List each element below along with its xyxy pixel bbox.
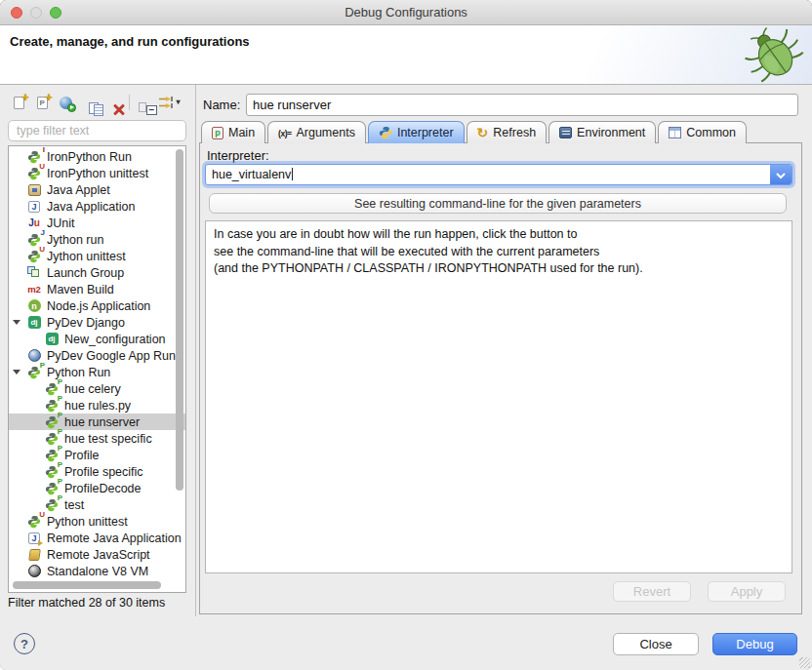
- revert-button[interactable]: Revert: [613, 581, 691, 602]
- tree-item-hue-runserver[interactable]: Phue runserver: [9, 414, 185, 430]
- toolbar-delete-configuration-button[interactable]: [102, 92, 123, 113]
- tree-item-label: Profile specific: [64, 465, 143, 479]
- tree-item-remote-javascript[interactable]: Remote JavaScript: [9, 546, 185, 563]
- see-command-line-button[interactable]: See resulting command-line for the given…: [209, 193, 787, 214]
- chevron-down-icon: [776, 166, 786, 183]
- tree-item-pydev-google-app-run[interactable]: PyDev Google App Run: [9, 347, 185, 364]
- tree-item-node-js-application[interactable]: nNode.js Application: [9, 297, 185, 314]
- header-banner: Create, manage, and run configurations: [0, 25, 812, 85]
- tab-label: Environment: [577, 126, 645, 139]
- tree-item-label: IronPython Run: [47, 150, 132, 164]
- tree-item-jython-run[interactable]: JJython run: [9, 231, 185, 248]
- interpreter-dropdown-button[interactable]: [770, 165, 792, 184]
- tree-item-label: Python Run: [47, 366, 110, 379]
- common-tab-icon: [669, 127, 681, 138]
- filter-input[interactable]: [8, 120, 186, 141]
- tree-item-java-application[interactable]: JJava Application: [9, 198, 185, 215]
- apply-button[interactable]: Apply: [708, 581, 786, 602]
- expand-collapse-icon[interactable]: [13, 370, 20, 374]
- name-label: Name:: [203, 98, 240, 112]
- tree-item-hue-test-specific[interactable]: Phue test specific: [9, 430, 185, 447]
- tree-item-label: Node.js Application: [47, 299, 150, 313]
- tree-item-java-applet[interactable]: Java Applet: [9, 181, 185, 198]
- tree-item-profile[interactable]: PProfile: [9, 447, 185, 463]
- tab-arguments[interactable]: (x)=Arguments: [267, 121, 366, 143]
- filter-icon: ▾: [159, 96, 180, 109]
- tab-label: Main: [228, 126, 255, 139]
- toolbar-filter-configurations-button[interactable]: ▾: [159, 92, 181, 113]
- toolbar-new-configuration-button[interactable]: +: [8, 92, 29, 113]
- tree-item-remote-java-application[interactable]: JRemote Java Application: [9, 530, 185, 546]
- debug-bug-icon: [738, 25, 808, 84]
- toolbar-separator: [129, 95, 130, 110]
- tree-item-label: Launch Group: [47, 266, 124, 280]
- debug-configurations-dialog: Debug Configurations Create, manage, and…: [0, 0, 812, 670]
- tree-item-label: IronPython unittest: [47, 167, 148, 180]
- tree-item-label: hue test specific: [64, 432, 152, 446]
- tree-item-ironpython-unittest[interactable]: UIronPython unittest: [9, 165, 185, 181]
- tree-item-profile-specific[interactable]: PProfile specific: [9, 463, 185, 480]
- new-prototype-icon: P+: [37, 97, 48, 109]
- window-title: Debug Configurations: [0, 5, 812, 20]
- config-tabs: pMain(x)=Arguments Interpreter↻RefreshEn…: [201, 121, 747, 143]
- toolbar-export-configuration-button[interactable]: [55, 92, 76, 113]
- tree-item-label: PyDev Django: [47, 316, 125, 330]
- tree-item-maven-build[interactable]: m2Maven Build: [9, 281, 185, 297]
- tree-item-standalone-v8-vm[interactable]: Standalone V8 VM: [9, 563, 185, 579]
- tree-vertical-scrollbar[interactable]: [176, 149, 183, 491]
- java-app-icon: J: [26, 199, 42, 214]
- tab-environment[interactable]: Environment: [548, 121, 656, 143]
- java-applet-icon: [26, 182, 42, 197]
- tree-item-jython-unittest[interactable]: UJython unittest: [9, 248, 185, 264]
- filter-status-text: Filter matched 28 of 30 items: [8, 596, 165, 610]
- configurations-toolbar: +P+−▾: [8, 90, 189, 115]
- tab-common[interactable]: Common: [658, 121, 747, 143]
- python-u-icon: U: [26, 514, 42, 529]
- interpreter-label: Interpreter:: [207, 148, 269, 163]
- tree-item-profiledecode[interactable]: PProfileDecode: [9, 480, 185, 496]
- help-button[interactable]: ?: [14, 633, 35, 654]
- tree-item-python-run[interactable]: PPython Run: [9, 364, 185, 380]
- tab-refresh[interactable]: ↻Refresh: [467, 121, 548, 143]
- v8-icon: [26, 564, 42, 578]
- tree-item-label: test: [64, 498, 84, 512]
- tree-item-label: hue celery: [64, 382, 121, 396]
- toolbar-collapse-all-button[interactable]: −: [136, 92, 157, 113]
- main-tab-icon: p: [212, 127, 223, 139]
- tree-item-label: Standalone V8 VM: [47, 565, 148, 578]
- resize-grip[interactable]: [799, 657, 810, 668]
- tree-item-pydev-django[interactable]: djPyDev Django: [9, 314, 185, 331]
- django-icon: dj: [44, 332, 60, 346]
- tree-item-label: New_configuration: [64, 333, 166, 346]
- run-info-textarea[interactable]: In case you are in doubt how will the ru…: [205, 220, 792, 573]
- tab-interpreter[interactable]: Interpreter: [368, 121, 465, 143]
- expand-collapse-icon[interactable]: [13, 320, 20, 325]
- toolbar-new-prototype-button[interactable]: P+: [31, 92, 53, 113]
- tree-item-hue-celery[interactable]: Phue celery: [9, 380, 185, 397]
- tree-item-junit[interactable]: JuJUnit: [9, 215, 185, 231]
- tree-item-label: Remote Java Application: [47, 532, 182, 545]
- junit-icon: Ju: [26, 216, 42, 230]
- tree-item-hue-rules-py[interactable]: Phue rules.py: [9, 397, 185, 414]
- tree-item-label: Remote JavaScript: [47, 548, 150, 562]
- name-input[interactable]: [246, 94, 798, 116]
- tree-horizontal-scrollbar[interactable]: [13, 581, 161, 589]
- python-u-icon: U: [26, 166, 42, 180]
- toolbar-duplicate-configuration-button[interactable]: [78, 92, 100, 113]
- tree-item-label: Maven Build: [47, 283, 114, 296]
- nodejs-icon: n: [26, 298, 42, 313]
- tree-item-label: JUnit: [47, 217, 74, 230]
- panel-divider[interactable]: [195, 85, 196, 616]
- tree-item-launch-group[interactable]: Launch Group: [9, 264, 185, 281]
- tree-item-ironpython-run[interactable]: IIronPython Run: [9, 148, 185, 165]
- close-button[interactable]: Close: [613, 633, 699, 655]
- tree-item-test[interactable]: Ptest: [9, 496, 185, 513]
- interpreter-combo[interactable]: hue_virtualenv: [205, 164, 792, 185]
- tree-item-label: Java Applet: [47, 183, 110, 197]
- debug-button[interactable]: Debug: [712, 633, 797, 655]
- new-config-icon: +: [14, 97, 24, 109]
- tree-item-python-unittest[interactable]: UPython unittest: [9, 513, 185, 530]
- tree-item-label: Jython unittest: [47, 250, 126, 263]
- tree-item-new-configuration[interactable]: djNew_configuration: [9, 331, 185, 347]
- tab-main[interactable]: pMain: [201, 121, 265, 143]
